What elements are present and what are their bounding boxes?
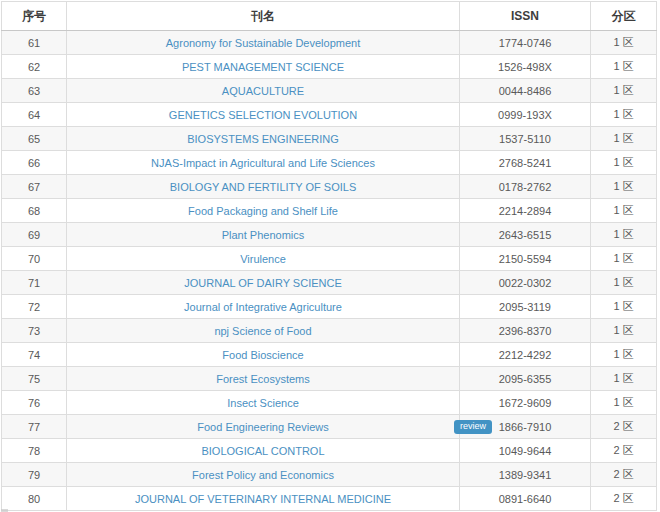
journal-name-cell: Plant Phenomics xyxy=(67,223,460,247)
journal-link[interactable]: npj Science of Food xyxy=(214,325,311,337)
journal-link[interactable]: PEST MANAGEMENT SCIENCE xyxy=(182,61,344,73)
table-row: 78 BIOLOGICAL CONTROL 1049-9644 2 区 xyxy=(2,439,657,463)
row-index-cell: 67 xyxy=(2,175,67,199)
journal-link[interactable]: Agronomy for Sustainable Development xyxy=(166,37,360,49)
row-index-cell: 79 xyxy=(2,463,67,487)
issn-cell: 1526-498X xyxy=(460,55,591,79)
journal-link[interactable]: Forest Policy and Economics xyxy=(192,469,334,481)
journal-link[interactable]: BIOLOGY AND FERTILITY OF SOILS xyxy=(170,181,356,193)
journal-name-cell: Forest Policy and Economics xyxy=(67,463,460,487)
zone-cell: 1 区 xyxy=(591,295,657,319)
zone-cell: 1 区 xyxy=(591,199,657,223)
journal-zone-table: 序号 刊名 ISSN 分区 61 Agronomy for Sustainabl… xyxy=(1,1,657,511)
journal-name-cell: AQUACULTURE xyxy=(67,79,460,103)
zone-cell: 2 区 xyxy=(591,463,657,487)
table-row: 65 BIOSYSTEMS ENGINEERING 1537-5110 1 区 xyxy=(2,127,657,151)
journal-name-cell: Food Bioscience xyxy=(67,343,460,367)
journal-name-cell: Virulence xyxy=(67,247,460,271)
issn-cell: 1389-9341 xyxy=(460,463,591,487)
issn-cell: 0999-193X xyxy=(460,103,591,127)
issn-cell: 0044-8486 xyxy=(460,79,591,103)
zone-cell: 2 区 xyxy=(591,439,657,463)
journal-name-cell: BIOLOGICAL CONTROL xyxy=(67,439,460,463)
zone-cell: 1 区 xyxy=(591,343,657,367)
issn-cell: 1774-0746 xyxy=(460,31,591,55)
row-index-cell: 69 xyxy=(2,223,67,247)
journal-zone-table-container: 序号 刊名 ISSN 分区 61 Agronomy for Sustainabl… xyxy=(1,1,657,511)
zone-cell: 1 区 xyxy=(591,391,657,415)
journal-link[interactable]: JOURNAL OF DAIRY SCIENCE xyxy=(184,277,342,289)
journal-name-cell: PEST MANAGEMENT SCIENCE xyxy=(67,55,460,79)
table-row: 67 BIOLOGY AND FERTILITY OF SOILS 0178-2… xyxy=(2,175,657,199)
issn-cell: 1537-5110 xyxy=(460,127,591,151)
journal-name-cell: BIOLOGY AND FERTILITY OF SOILS xyxy=(67,175,460,199)
journal-link[interactable]: Food Engineering Reviews xyxy=(197,421,328,433)
header-row: 序号 刊名 ISSN 分区 xyxy=(2,2,657,31)
journal-link[interactable]: Forest Ecosystems xyxy=(216,373,310,385)
zone-cell: 1 区 xyxy=(591,175,657,199)
zone-cell: 1 区 xyxy=(591,151,657,175)
journal-name-cell: Forest Ecosystems xyxy=(67,367,460,391)
zone-cell: 1 区 xyxy=(591,127,657,151)
journal-name-cell: JOURNAL OF VETERINARY INTERNAL MEDICINE xyxy=(67,487,460,511)
journal-name-cell: Insect Science xyxy=(67,391,460,415)
issn-cell: 2212-4292 xyxy=(460,343,591,367)
journal-link[interactable]: JOURNAL OF VETERINARY INTERNAL MEDICINE xyxy=(135,493,391,505)
table-row: 73 npj Science of Food 2396-8370 1 区 xyxy=(2,319,657,343)
journal-link[interactable]: Plant Phenomics xyxy=(222,229,305,241)
column-header-index: 序号 xyxy=(2,2,67,31)
table-row: 80 JOURNAL OF VETERINARY INTERNAL MEDICI… xyxy=(2,487,657,511)
row-index-cell: 70 xyxy=(2,247,67,271)
table-row: 69 Plant Phenomics 2643-6515 1 区 xyxy=(2,223,657,247)
journal-link[interactable]: BIOLOGICAL CONTROL xyxy=(201,445,324,457)
issn-cell: 2396-8370 xyxy=(460,319,591,343)
table-row: 72 Journal of Integrative Agriculture 20… xyxy=(2,295,657,319)
row-index-cell: 73 xyxy=(2,319,67,343)
row-index-cell: 77 xyxy=(2,415,67,439)
row-index-cell: 78 xyxy=(2,439,67,463)
table-body: 61 Agronomy for Sustainable Development … xyxy=(2,31,657,511)
journal-link[interactable]: Food Bioscience xyxy=(222,349,303,361)
issn-cell: 2643-6515 xyxy=(460,223,591,247)
journal-name-cell: Food Packaging and Shelf Life xyxy=(67,199,460,223)
table-row: 68 Food Packaging and Shelf Life 2214-28… xyxy=(2,199,657,223)
issn-cell: 0891-6640 xyxy=(460,487,591,511)
row-index-cell: 72 xyxy=(2,295,67,319)
journal-link[interactable]: AQUACULTURE xyxy=(222,85,304,97)
row-index-cell: 61 xyxy=(2,31,67,55)
zone-cell: 1 区 xyxy=(591,319,657,343)
journal-link[interactable]: GENETICS SELECTION EVOLUTION xyxy=(169,109,357,121)
issn-cell: 2095-6355 xyxy=(460,367,591,391)
row-index-cell: 80 xyxy=(2,487,67,511)
journal-link[interactable]: Journal of Integrative Agriculture xyxy=(184,301,342,313)
table-row: 74 Food Bioscience 2212-4292 1 区 xyxy=(2,343,657,367)
table-row: 62 PEST MANAGEMENT SCIENCE 1526-498X 1 区 xyxy=(2,55,657,79)
table-row: 61 Agronomy for Sustainable Development … xyxy=(2,31,657,55)
zone-cell: 1 区 xyxy=(591,31,657,55)
zone-cell: 2 区 xyxy=(591,487,657,511)
journal-link[interactable]: Insect Science xyxy=(227,397,299,409)
zone-cell: 2 区 xyxy=(591,415,657,439)
journal-link[interactable]: Virulence xyxy=(240,253,286,265)
row-index-cell: 76 xyxy=(2,391,67,415)
journal-link[interactable]: NJAS-Impact in Agricultural and Life Sci… xyxy=(151,157,375,169)
issn-cell: 2150-5594 xyxy=(460,247,591,271)
journal-link[interactable]: BIOSYSTEMS ENGINEERING xyxy=(187,133,339,145)
issn-cell: 2768-5241 xyxy=(460,151,591,175)
table-row: 63 AQUACULTURE 0044-8486 1 区 xyxy=(2,79,657,103)
journal-name-cell: Food Engineering Reviews review xyxy=(67,415,460,439)
journal-link[interactable]: Food Packaging and Shelf Life xyxy=(188,205,338,217)
table-row: 75 Forest Ecosystems 2095-6355 1 区 xyxy=(2,367,657,391)
row-index-cell: 62 xyxy=(2,55,67,79)
table-row: 76 Insect Science 1672-9609 1 区 xyxy=(2,391,657,415)
column-header-zone: 分区 xyxy=(591,2,657,31)
issn-cell: 1672-9609 xyxy=(460,391,591,415)
zone-cell: 1 区 xyxy=(591,223,657,247)
row-index-cell: 66 xyxy=(2,151,67,175)
zone-cell: 1 区 xyxy=(591,247,657,271)
row-index-cell: 65 xyxy=(2,127,67,151)
issn-cell: 2095-3119 xyxy=(460,295,591,319)
issn-cell: 2214-2894 xyxy=(460,199,591,223)
row-index-cell: 64 xyxy=(2,103,67,127)
table-row: 79 Forest Policy and Economics 1389-9341… xyxy=(2,463,657,487)
